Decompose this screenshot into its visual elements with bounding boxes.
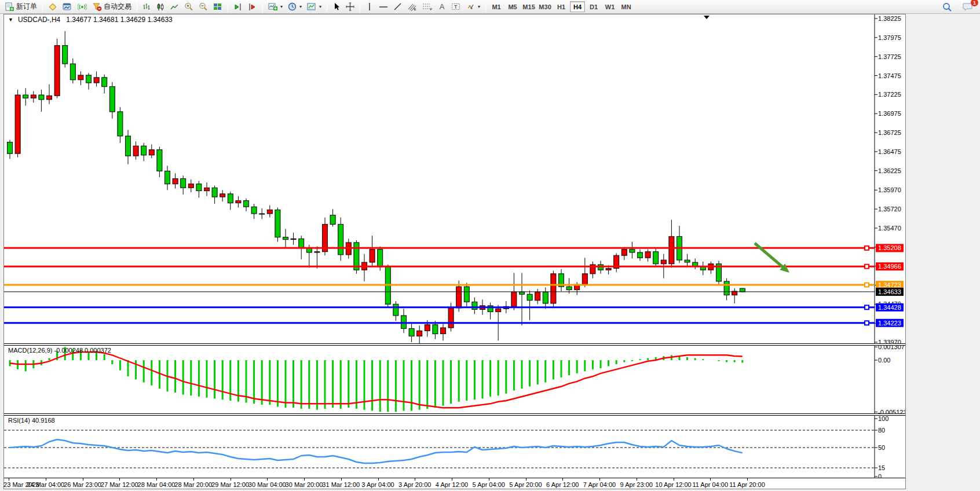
candle[interactable] [441, 324, 446, 341]
candle[interactable] [559, 269, 564, 291]
candle[interactable] [86, 73, 92, 90]
candle[interactable] [31, 91, 36, 103]
candle[interactable] [393, 301, 398, 321]
templates-button[interactable]: ▾ [305, 1, 324, 13]
candle[interactable] [94, 71, 99, 86]
candle[interactable] [23, 88, 28, 105]
candle[interactable] [472, 298, 477, 314]
candle[interactable] [385, 265, 390, 308]
line-chart-mode-button[interactable] [168, 1, 181, 13]
candle[interactable] [677, 226, 682, 263]
candle[interactable] [133, 141, 138, 160]
chart-collapse-icon[interactable]: ▼ [8, 17, 13, 23]
candle[interactable] [267, 206, 272, 218]
candle[interactable] [15, 90, 20, 157]
candle[interactable] [535, 289, 540, 304]
tab-timeframe-w1[interactable]: W1 [602, 1, 617, 12]
auto-trading-button[interactable]: 自动交易 [90, 1, 134, 13]
candle[interactable] [212, 185, 217, 204]
text-label-tool-button[interactable]: T [449, 1, 463, 13]
candle[interactable] [645, 250, 650, 262]
candle[interactable] [527, 291, 532, 320]
price-level-handle[interactable] [865, 246, 869, 250]
price-level-handle[interactable] [865, 265, 869, 269]
candle[interactable] [370, 236, 375, 266]
candle[interactable] [362, 254, 367, 281]
candle[interactable] [520, 273, 525, 325]
crosshair-tool-button[interactable] [343, 1, 357, 13]
trendline-tool-button[interactable] [391, 1, 404, 13]
fibonacci-tool-button[interactable]: F [420, 1, 435, 13]
candle[interactable] [8, 140, 13, 159]
candle[interactable] [551, 271, 556, 307]
candle[interactable] [181, 175, 186, 195]
macd-pane[interactable]: MACD(12,26,9) -0.000248 0.000372 0.00130… [4, 346, 905, 413]
price-chart-canvas[interactable]: 1.382251.379751.377251.374751.372251.369… [4, 14, 905, 343]
candle[interactable] [685, 254, 690, 266]
chart-window-button[interactable] [60, 1, 75, 13]
arrows-tool-button[interactable]: ▾ [464, 1, 482, 13]
candle[interactable] [173, 173, 178, 188]
candle[interactable] [582, 258, 587, 287]
candle[interactable] [590, 262, 595, 279]
candle[interactable] [614, 253, 619, 272]
signals-button[interactable] [75, 1, 89, 13]
time-axis[interactable]: 23 Mar 202324 Mar 04:0026 Mar 23:0027 Ma… [4, 478, 905, 489]
candle[interactable] [669, 220, 674, 268]
market-watch-button[interactable] [46, 1, 60, 13]
bar-chart-mode-button[interactable] [140, 1, 153, 13]
tab-timeframe-m15[interactable]: M15 [521, 1, 536, 12]
price-level-handle[interactable] [865, 283, 869, 287]
price-pane[interactable]: ▼ USDCAD-,H4 1.34677 1.34681 1.34629 1.3… [4, 14, 905, 343]
tab-timeframe-m5[interactable]: M5 [505, 1, 520, 12]
candle[interactable] [141, 143, 147, 161]
candle[interactable] [566, 279, 572, 294]
candle[interactable] [70, 58, 75, 83]
candle[interactable] [732, 288, 737, 303]
candle[interactable] [283, 229, 288, 248]
candle[interactable] [330, 209, 335, 226]
candle[interactable] [63, 31, 68, 68]
candle[interactable] [708, 262, 714, 274]
tab-timeframe-mn[interactable]: MN [619, 1, 634, 12]
candle[interactable] [724, 279, 729, 301]
cursor-tool-button[interactable] [330, 1, 343, 13]
candle[interactable] [165, 166, 170, 190]
candle[interactable] [39, 90, 44, 112]
candle[interactable] [488, 303, 493, 320]
tab-timeframe-d1[interactable]: D1 [586, 1, 601, 12]
tab-timeframe-h4[interactable]: H4 [570, 1, 585, 12]
candle[interactable] [354, 240, 359, 274]
candle[interactable] [109, 82, 115, 119]
new-order-button[interactable]: 新订单 [2, 1, 39, 13]
macd-canvas[interactable]: 0.0013070.00-0.005123 [4, 346, 905, 413]
candle[interactable] [464, 283, 469, 307]
candle[interactable] [157, 146, 162, 177]
candle[interactable] [693, 259, 698, 269]
rsi-canvas[interactable]: 1008050150 [4, 416, 905, 478]
text-tool-button[interactable]: A [436, 1, 448, 13]
candle[interactable] [740, 288, 745, 292]
candle[interactable] [204, 182, 210, 196]
price-level-handle[interactable] [865, 305, 869, 309]
search-button[interactable] [940, 1, 955, 13]
price-level-handle[interactable] [865, 321, 869, 325]
zoom-out-button[interactable] [196, 1, 210, 13]
candle[interactable] [275, 208, 280, 242]
chart-shift-marker-icon[interactable] [704, 16, 710, 19]
candle[interactable] [323, 218, 328, 256]
candle[interactable] [196, 181, 202, 198]
equidistant-channel-tool-button[interactable]: E [405, 1, 419, 13]
candle[interactable] [54, 39, 60, 98]
candle[interactable] [409, 323, 414, 342]
candle[interactable] [259, 208, 265, 219]
candle[interactable] [236, 196, 241, 208]
tile-windows-button[interactable] [211, 1, 225, 13]
candle[interactable] [621, 247, 627, 260]
candle[interactable] [338, 218, 343, 261]
candle[interactable] [244, 199, 249, 211]
candle[interactable] [638, 250, 643, 261]
candle[interactable] [251, 204, 257, 219]
candle[interactable] [401, 309, 407, 333]
candle[interactable] [653, 248, 659, 266]
